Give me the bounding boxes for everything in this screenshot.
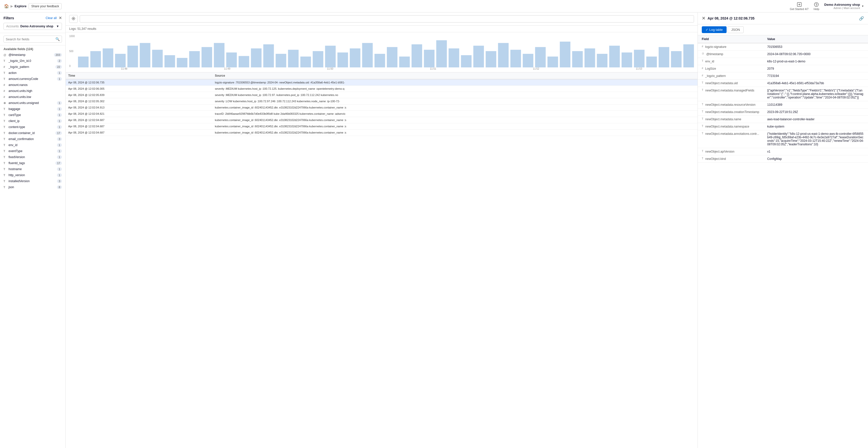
field-type-icon: T <box>702 150 703 153</box>
field-count-badge: 3 <box>57 180 62 183</box>
log-table: Time Source Apr 08, 2024 @ 12:02:06.735 … <box>66 72 698 136</box>
list-item[interactable]: ⊕ amount.units.unsigned 1 <box>1 100 64 106</box>
list-item[interactable]: T action 1 <box>1 70 64 76</box>
svg-rect-30 <box>412 44 422 67</box>
svg-rect-11 <box>177 58 187 67</box>
field-type-icon: T <box>3 59 7 62</box>
list-item[interactable]: T env_id 1 <box>1 142 64 148</box>
toolbar-settings-button[interactable] <box>69 15 78 23</box>
col-source: Source <box>212 72 698 79</box>
svg-rect-43 <box>572 51 583 67</box>
detail-link-button[interactable]: 🔗 <box>859 16 864 21</box>
table-row[interactable]: Apr 08, 2024 @ 12:02:04.821 traceID :2b8… <box>66 111 698 117</box>
table-row: # LogSize 2079 <box>698 65 868 72</box>
chart-x-label: 11:53 <box>636 67 642 70</box>
svg-rect-48 <box>634 50 645 67</box>
log-source: kubernetes.container_image_id :602401143… <box>212 104 698 111</box>
close-sidebar-button[interactable]: ✕ <box>59 15 62 20</box>
user-sub: Admin | Main account <box>825 6 860 9</box>
help-action[interactable]: Help <box>814 2 819 10</box>
svg-rect-40 <box>535 47 546 67</box>
list-item[interactable]: T hostname 1 <box>1 166 64 172</box>
clear-all-button[interactable]: Clear all <box>45 16 57 20</box>
sidebar-top: Filters Clear all ✕ Accounts: Demo Astro… <box>0 12 65 33</box>
table-row[interactable]: Apr 08, 2024 @ 12:02:05.302 severity :LO… <box>66 98 698 104</box>
log-time: Apr 08, 2024 @ 12:02:05.839 <box>66 92 212 98</box>
list-item[interactable]: T baggage 1 <box>1 106 64 112</box>
chart-area: 1000 500 0 <box>66 32 698 72</box>
logs-count: Logs: 51,347 results <box>69 27 96 31</box>
table-row[interactable]: Apr 08, 2024 @ 12:02:06.005 severity :ME… <box>66 86 698 92</box>
field-item-left: ⊕ amount.units.unsigned <box>3 101 39 105</box>
detail-field-name: # LogSize <box>698 65 763 72</box>
list-item[interactable]: # amount.units.low <box>1 94 64 100</box>
detail-timestamp: Apr 08, 2024 @ 12:02:06.735 <box>708 16 754 20</box>
log-search-input[interactable] <box>80 15 694 23</box>
account-selector[interactable]: Accounts: Demo Astronomy shop ▼ <box>3 23 62 30</box>
user-account: Main account <box>844 6 860 9</box>
log-table-wrap: Time Source Apr 08, 2024 @ 12:02:06.735 … <box>66 72 698 448</box>
svg-rect-5 <box>103 49 113 67</box>
table-row[interactable]: Apr 08, 2024 @ 12:02:06.735 logzio-signa… <box>66 79 698 86</box>
field-type-icon: T <box>3 156 7 159</box>
detail-tabs: ✓ Log table JSON <box>698 24 868 35</box>
search-input[interactable] <box>6 37 55 41</box>
list-item[interactable]: T docker.container_id 17 <box>1 130 64 136</box>
svg-rect-29 <box>399 57 410 67</box>
svg-rect-13 <box>202 47 212 67</box>
get-started-action[interactable]: Get Started 4/7 <box>790 2 809 10</box>
field-count-badge: 1 <box>57 119 62 123</box>
breadcrumb-separator: ▶ <box>10 4 13 8</box>
logs-info: Logs: 51,347 results <box>66 26 698 32</box>
table-row[interactable]: Apr 08, 2024 @ 12:02:04.687 kubernetes.c… <box>66 117 698 123</box>
detail-close-button[interactable]: ✕ <box>702 15 706 21</box>
list-item[interactable]: T amount.currencyCode 1 <box>1 76 64 82</box>
field-count-badge: 17 <box>55 131 62 135</box>
list-item[interactable]: T client_ip 1 <box>1 118 64 124</box>
user-menu[interactable]: Demo Astronomy shop Admin | Main account… <box>825 3 864 9</box>
list-item[interactable]: T content-type 1 <box>1 124 64 130</box>
table-row[interactable]: Apr 08, 2024 @ 12:02:04.687 kubernetes.c… <box>66 130 698 136</box>
list-item[interactable]: # _logzio_pattern 22 <box>1 64 64 70</box>
list-item[interactable]: T http_version 1 <box>1 172 64 178</box>
log-time: Apr 08, 2024 @ 12:02:04.687 <box>66 123 212 130</box>
list-item[interactable]: T json 8 <box>1 184 64 190</box>
detail-field-name: # logzio-signature <box>698 43 763 51</box>
search-input-wrap: 🔍 <box>3 36 62 42</box>
feedback-button[interactable]: Share your feedback <box>29 3 62 9</box>
list-item[interactable]: T _logzio_l2m_id.0 2 <box>1 58 64 64</box>
field-count-badge: 22 <box>55 65 62 69</box>
list-item[interactable]: T eventType 1 <box>1 148 64 154</box>
table-row[interactable]: Apr 08, 2024 @ 12:02:04.687 kubernetes.c… <box>66 123 698 130</box>
col-time: Time <box>66 72 212 79</box>
table-row: T newObject.metadata.resourceVersion 110… <box>698 101 868 108</box>
sidebar-search: 🔍 <box>0 33 65 45</box>
svg-rect-31 <box>424 50 434 67</box>
table-row: T newObject.metadata.name aws-load-balan… <box>698 116 868 123</box>
field-name: env_id <box>8 143 17 147</box>
list-item[interactable]: T cardType 1 <box>1 112 64 118</box>
list-item[interactable]: T fixedVersion 1 <box>1 154 64 160</box>
field-type-icon: # <box>3 90 7 92</box>
tab-log-table[interactable]: ✓ Log table <box>702 26 726 33</box>
list-item[interactable]: # amount.units.high <box>1 88 64 94</box>
svg-rect-27 <box>375 54 385 67</box>
chart-x-axis: 11:4811:4911:5011:5111:5211:53 <box>69 67 694 70</box>
svg-rect-26 <box>362 43 373 68</box>
svg-rect-3 <box>78 57 89 67</box>
table-row[interactable]: Apr 08, 2024 @ 12:02:04.913 kubernetes.c… <box>66 104 698 111</box>
home-icon[interactable]: 🏠 <box>4 4 9 8</box>
tab-json[interactable]: JSON <box>727 26 744 33</box>
table-row: T newObject.kind ConfigMap <box>698 155 868 163</box>
account-chevron-icon: ▼ <box>56 25 59 28</box>
field-count-badge: 8 <box>57 185 62 189</box>
list-item[interactable]: T installedVersion 3 <box>1 178 64 184</box>
list-item[interactable]: @ @timestamp 203 <box>1 52 64 58</box>
table-row[interactable]: Apr 08, 2024 @ 12:02:05.839 severity :ME… <box>66 92 698 98</box>
field-item-left: T json <box>3 185 14 189</box>
list-item[interactable]: T email_confirmation 3 <box>1 136 64 142</box>
list-item[interactable]: T fluentd_tags 17 <box>1 160 64 166</box>
list-item[interactable]: # amount.nanos <box>1 82 64 88</box>
svg-rect-19 <box>276 54 286 67</box>
svg-rect-49 <box>646 57 657 67</box>
